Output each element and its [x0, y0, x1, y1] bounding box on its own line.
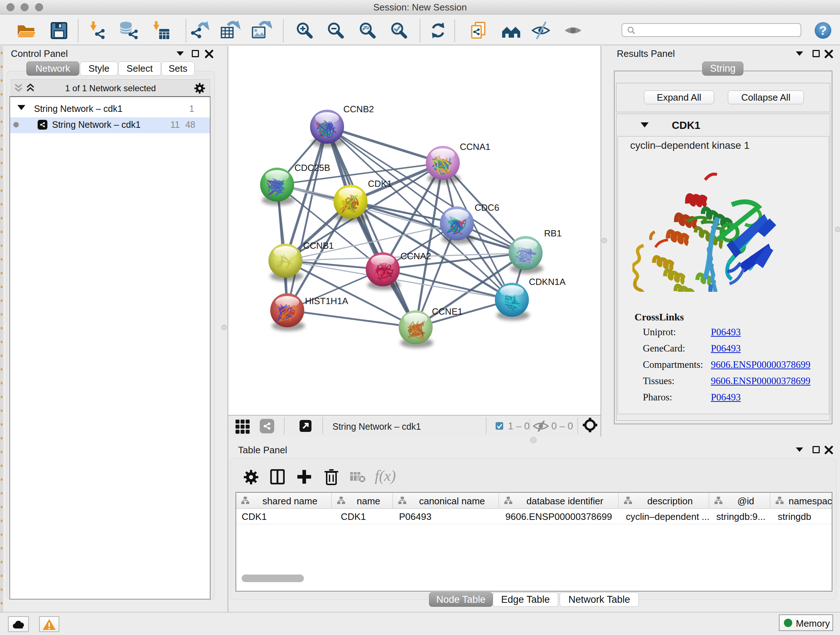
svg-text:?: ?	[819, 24, 827, 38]
svg-text:CCNA1: CCNA1	[460, 142, 491, 152]
svg-text:CCNE1: CCNE1	[432, 307, 463, 317]
svg-text:CDKN1A: CDKN1A	[529, 277, 566, 287]
svg-text:CCNB1: CCNB1	[303, 241, 334, 251]
svg-text:CCNB2: CCNB2	[343, 104, 374, 114]
svg-text:CDK1: CDK1	[368, 179, 392, 189]
svg-text:RB1: RB1	[544, 228, 562, 239]
svg-text:HIST1H1A: HIST1H1A	[305, 296, 348, 306]
svg-text:CDC6: CDC6	[475, 203, 499, 213]
svg-text:CDC25B: CDC25B	[294, 163, 330, 173]
svg-text:CCNA2: CCNA2	[401, 251, 431, 261]
